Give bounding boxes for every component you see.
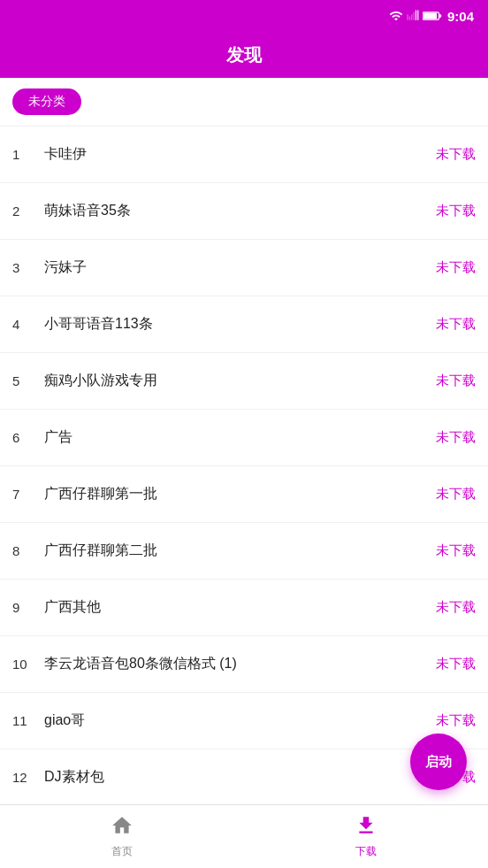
item-status[interactable]: 未下载 — [436, 203, 476, 219]
svg-rect-2 — [439, 14, 442, 17]
item-index: 1 — [12, 147, 44, 162]
list-item[interactable]: 1 卡哇伊 未下载 — [0, 127, 488, 183]
item-status[interactable]: 未下载 — [436, 486, 476, 503]
svg-rect-1 — [423, 13, 437, 19]
nav-download[interactable]: 下载 — [244, 814, 488, 859]
item-status[interactable]: 未下载 — [436, 542, 476, 559]
nav-home-label: 首页 — [111, 844, 133, 859]
uncategorized-tag[interactable]: 未分类 — [12, 88, 81, 115]
nav-home[interactable]: 首页 — [0, 814, 244, 859]
item-name: 李云龙语音包80条微信格式 (1) — [44, 655, 436, 673]
item-index: 10 — [12, 657, 44, 672]
list-item[interactable]: 8 广西仔群聊第二批 未下载 — [0, 523, 488, 580]
item-status[interactable]: 未下载 — [436, 429, 476, 446]
item-name: 广西仔群聊第二批 — [44, 542, 436, 560]
page-title: 发现 — [226, 43, 262, 67]
item-status[interactable]: 未下载 — [436, 373, 476, 389]
item-index: 2 — [12, 204, 44, 219]
nav-download-label: 下载 — [355, 844, 377, 859]
fab-label: 启动 — [425, 754, 452, 771]
item-status[interactable]: 未下载 — [436, 656, 476, 672]
item-status[interactable]: 未下载 — [436, 712, 476, 729]
item-index: 9 — [12, 600, 44, 615]
item-index: 6 — [12, 430, 44, 445]
item-status[interactable]: 未下载 — [436, 599, 476, 616]
status-icons — [389, 9, 442, 23]
list-item[interactable]: 7 广西仔群聊第一批 未下载 — [0, 466, 488, 523]
item-index: 8 — [12, 543, 44, 558]
list-item[interactable]: 3 污妹子 未下载 — [0, 240, 488, 296]
item-index: 3 — [12, 260, 44, 275]
fab-button[interactable]: 启动 — [410, 734, 467, 790]
status-bar: 9:04 — [0, 0, 488, 32]
signal-icon — [407, 10, 419, 22]
item-index: 4 — [12, 317, 44, 332]
list-item[interactable]: 9 广西其他 未下载 — [0, 580, 488, 636]
tag-row: 未分类 — [0, 78, 488, 127]
list-item[interactable]: 4 小哥哥语音113条 未下载 — [0, 296, 488, 353]
item-status[interactable]: 未下载 — [436, 259, 476, 276]
item-name: 广告 — [44, 428, 436, 447]
download-icon — [355, 814, 377, 841]
app-header: 发现 — [0, 32, 488, 78]
home-icon — [111, 814, 133, 841]
list-item[interactable]: 10 李云龙语音包80条微信格式 (1) 未下载 — [0, 636, 488, 693]
list-item[interactable]: 11 giao哥 未下载 — [0, 693, 488, 749]
list-item[interactable]: 2 萌妹语音35条 未下载 — [0, 183, 488, 240]
item-index: 12 — [12, 770, 44, 785]
item-name: 萌妹语音35条 — [44, 202, 436, 220]
item-status[interactable]: 未下载 — [436, 146, 476, 163]
item-name: 痴鸡小队游戏专用 — [44, 372, 436, 390]
item-name: 污妹子 — [44, 258, 436, 277]
item-name: 小哥哥语音113条 — [44, 315, 436, 334]
list-item[interactable]: 6 广告 未下载 — [0, 410, 488, 466]
main-content: 未分类 1 卡哇伊 未下载 2 萌妹语音35条 未下载 3 污妹子 未下载 4 … — [0, 78, 488, 804]
bottom-nav: 首页 下载 — [0, 804, 488, 868]
battery-icon — [423, 10, 442, 22]
item-name: DJ素材包 — [44, 768, 436, 787]
item-index: 11 — [12, 713, 44, 728]
list-item[interactable]: 5 痴鸡小队游戏专用 未下载 — [0, 353, 488, 410]
wifi-icon — [389, 9, 403, 23]
item-name: giao哥 — [44, 711, 436, 730]
item-index: 7 — [12, 487, 44, 502]
item-name: 广西仔群聊第一批 — [44, 485, 436, 503]
item-status[interactable]: 未下载 — [436, 316, 476, 333]
item-name: 卡哇伊 — [44, 145, 436, 164]
item-name: 广西其他 — [44, 598, 436, 617]
item-list: 1 卡哇伊 未下载 2 萌妹语音35条 未下载 3 污妹子 未下载 4 小哥哥语… — [0, 127, 488, 804]
status-time: 9:04 — [447, 9, 474, 24]
item-index: 5 — [12, 373, 44, 388]
